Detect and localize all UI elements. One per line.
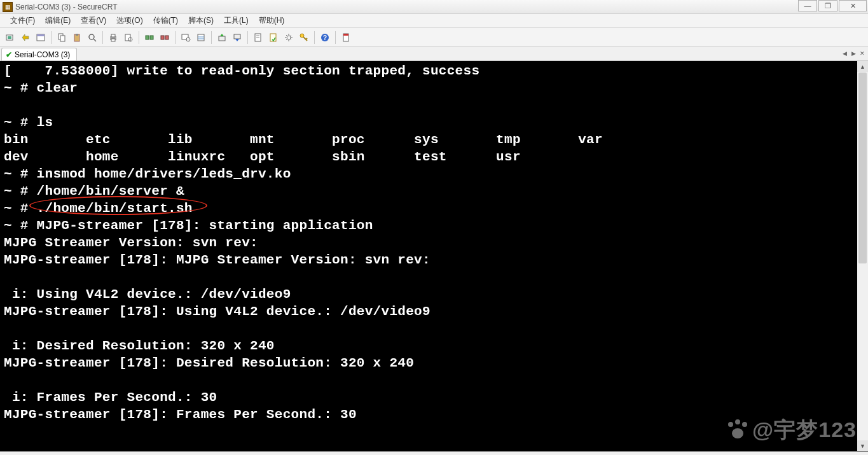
svg-point-8 [89,34,94,39]
menu-view[interactable]: 查看(V) [76,14,111,27]
status-bar [0,452,868,454]
terminal-line: ~ # clear [4,80,864,97]
terminal-line: ~ # MJPG-streamer [178]: starting applic… [4,217,864,234]
tab-serial-com3[interactable]: ✔ Serial-COM3 (3) [1,48,77,60]
terminal-line: i: Frames Per Second.: 30 [4,389,864,406]
svg-rect-5 [60,36,65,41]
terminal-line: ~ # /home/bin/server & [4,183,864,200]
svg-rect-21 [198,34,204,41]
toolbar-separator [335,31,336,44]
window-title: Serial-COM3 (3) - SecureCRT [15,3,117,11]
svg-rect-12 [111,39,115,41]
tab-close-icon[interactable]: ✕ [858,49,867,58]
terminal-line: [ 7.538000] write to read-only section t… [4,62,864,80]
menu-edit[interactable]: 编辑(E) [40,14,76,27]
svg-rect-24 [219,36,225,41]
terminal-line: MJPG-streamer [178]: MJPG Streamer Versi… [4,251,864,269]
svg-line-33 [306,38,307,39]
terminal-line: i: Desired Resolution: 320 x 240 [4,337,864,354]
session-options-button[interactable] [179,31,193,45]
svg-rect-15 [146,36,149,39]
svg-rect-11 [111,34,115,37]
find-button[interactable] [85,31,99,45]
toolbar-separator [139,31,139,44]
svg-rect-17 [161,36,164,39]
maximize-button[interactable]: ❐ [818,0,837,11]
close-button[interactable]: ✕ [839,0,867,11]
print-preview-button[interactable] [121,31,135,45]
menu-transfer[interactable]: 传输(T) [148,14,183,27]
tab-strip: ✔ Serial-COM3 (3) ◀ ▶ ✕ [0,47,868,61]
transfer-recv-button[interactable] [230,31,244,45]
open-log-button[interactable] [251,31,265,45]
global-options-button[interactable] [194,31,208,45]
about-button[interactable] [339,31,353,45]
toolbar-separator [102,31,103,44]
tab-scroll-right-icon[interactable]: ▶ [849,49,858,58]
toggle-log-button[interactable] [266,31,280,45]
check-icon: ✔ [6,50,12,59]
toolbar-separator [175,31,176,44]
transfer-send-button[interactable] [215,31,229,45]
menu-options[interactable]: 选项(O) [111,14,148,27]
terminal-line: ~ # ./home/bin/start.sh [4,200,864,217]
svg-rect-16 [150,36,153,39]
scroll-thumb[interactable] [858,73,867,263]
title-bar: ▦ Serial-COM3 (3) - SecureCRT — ❐ ✕ [0,0,868,14]
terminal-line [4,320,864,337]
menu-bar: 文件(F) 编辑(E) 查看(V) 选项(O) 传输(T) 脚本(S) 工具(L… [0,14,868,28]
svg-point-20 [186,38,190,41]
svg-rect-1 [8,36,11,39]
copy-button[interactable] [55,31,69,45]
quick-connect-button[interactable] [18,31,32,45]
svg-rect-7 [76,34,78,36]
menu-script[interactable]: 脚本(S) [183,14,219,27]
svg-rect-25 [234,34,240,39]
toolbar: ? [0,28,868,47]
minimize-button[interactable]: — [798,0,817,11]
print-button[interactable] [106,31,120,45]
scroll-down-icon[interactable]: ▼ [857,440,868,451]
terminal-line: MJPG-streamer [178]: Using V4L2 device.:… [4,303,864,320]
terminal-line: ~ # insmod home/drivers/leds_drv.ko [4,165,864,183]
disconnect-button[interactable] [158,31,172,45]
terminal-line [4,423,864,440]
toolbar-separator [314,31,315,44]
svg-rect-3 [37,34,45,36]
svg-text:?: ? [323,34,327,41]
terminal-line [4,372,864,389]
svg-line-9 [93,39,96,41]
help-button[interactable]: ? [318,31,332,45]
paste-button[interactable] [70,31,84,45]
key-button[interactable] [297,31,311,45]
svg-rect-18 [165,36,169,39]
terminal-line: i: Using V4L2 device.: /dev/video9 [4,286,864,303]
svg-rect-37 [343,34,348,36]
terminal-area[interactable]: [ 7.538000] write to read-only section t… [0,61,868,452]
toolbar-separator [247,31,248,44]
scroll-up-icon[interactable]: ▲ [857,61,868,72]
reconnect-button[interactable] [142,31,156,45]
explorer-button[interactable] [34,31,48,45]
tab-label: Serial-COM3 (3) [15,50,70,59]
menu-help[interactable]: 帮助(H) [254,14,290,27]
connect-button[interactable] [3,31,17,45]
tab-scroll-left-icon[interactable]: ◀ [840,49,849,58]
terminal-line: bin etc lib mnt proc sys tmp var [4,131,864,148]
terminal-line: ~ # ls [4,114,864,131]
toolbar-separator [211,31,212,44]
toolbar-separator [51,31,52,44]
terminal-line [4,97,864,114]
menu-tools[interactable]: 工具(L) [219,14,254,27]
settings-button[interactable] [282,31,296,45]
terminal-output[interactable]: [ 7.538000] write to read-only section t… [0,61,868,442]
terminal-line: MJPG Streamer Version: svn rev: [4,234,864,251]
terminal-line: dev home linuxrc opt sbin test usr [4,148,864,165]
svg-point-30 [287,36,291,39]
terminal-line: MJPG-streamer [178]: Desired Resolution:… [4,354,864,372]
terminal-line [4,269,864,286]
terminal-line: MJPG-streamer [178]: Frames Per Second.:… [4,406,864,423]
menu-file[interactable]: 文件(F) [5,14,40,27]
app-icon: ▦ [3,2,13,12]
vertical-scrollbar[interactable]: ▲ ▼ [857,61,868,451]
